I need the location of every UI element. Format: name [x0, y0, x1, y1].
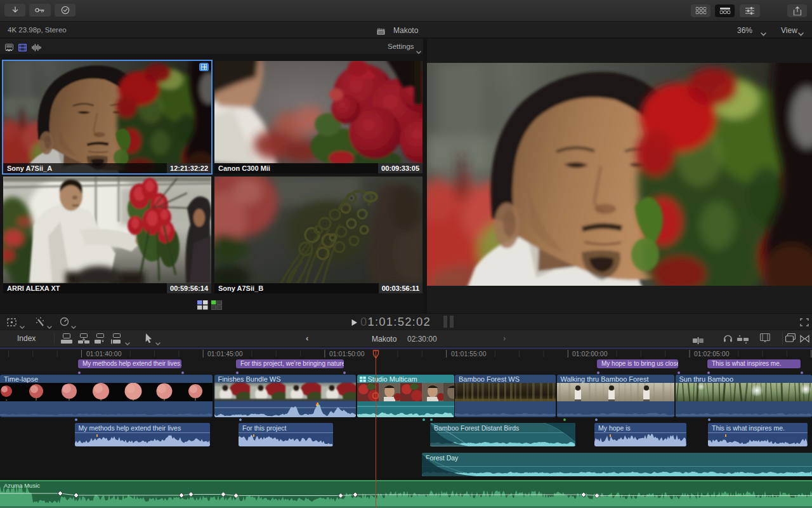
svg-text:01:02:05:00: 01:02:05:00 — [694, 350, 730, 358]
svg-text:01:01:40:00: 01:01:40:00 — [86, 350, 122, 358]
svg-text:01:01:50:00: 01:01:50:00 — [329, 350, 365, 358]
svg-text:01:01:45:00: 01:01:45:00 — [207, 350, 243, 358]
svg-text:01:01:55:00: 01:01:55:00 — [451, 350, 487, 358]
svg-text:01:02:00:00: 01:02:00:00 — [572, 350, 608, 358]
